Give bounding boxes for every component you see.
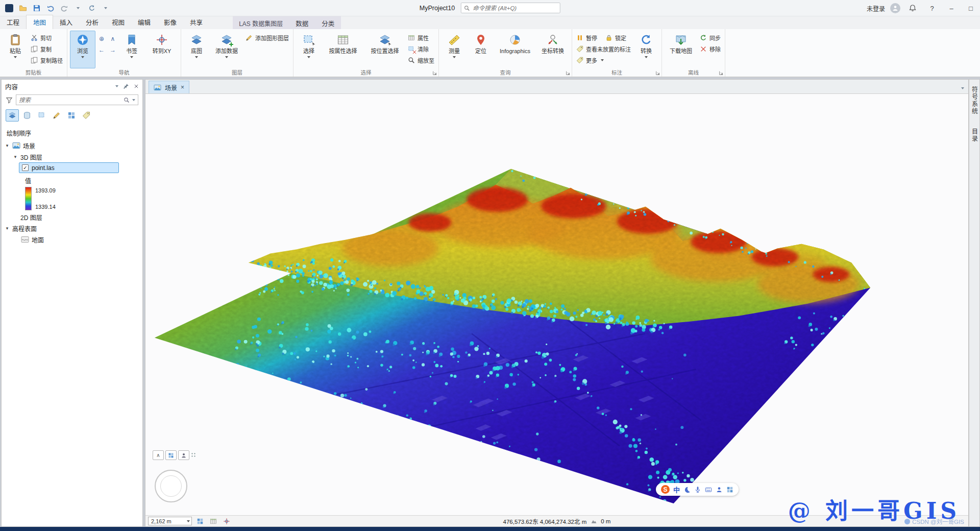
cursor-coordinates[interactable]: 476,573.62东 4,064,274.32北 m — [503, 517, 587, 525]
add-data-button[interactable]: 添加数据 — [210, 31, 243, 68]
refresh-button[interactable] — [86, 2, 98, 14]
command-search[interactable] — [461, 3, 560, 13]
convert-labels-button[interactable]: 转换 — [633, 31, 659, 68]
zoom-to-selection-button[interactable]: 缩放至 — [406, 56, 436, 65]
chevron-down-icon[interactable] — [132, 99, 135, 101]
basemap-button[interactable]: 底图 — [184, 31, 209, 68]
lock-labels-button[interactable]: 锁定 — [604, 33, 628, 42]
snap-toggle-button[interactable] — [222, 517, 232, 526]
pause-labeling-button[interactable]: 暂停 — [575, 33, 599, 42]
tab-map[interactable]: 地图 — [26, 15, 53, 29]
tab-list-chevron-icon[interactable] — [961, 87, 964, 89]
pin-icon[interactable] — [123, 83, 129, 89]
maximize-button[interactable]: □ — [964, 2, 978, 15]
view-unplaced-labels-button[interactable]: 查看未放置的标注 — [575, 44, 632, 54]
contents-search-input[interactable] — [19, 97, 121, 103]
list-by-selection-button[interactable] — [35, 109, 48, 122]
grid-icon[interactable] — [726, 486, 733, 493]
tab-project[interactable]: 工程 — [0, 15, 26, 29]
tab-edit[interactable]: 编辑 — [131, 15, 157, 29]
drag-handle-icon[interactable] — [191, 452, 196, 457]
list-by-snapping-button[interactable] — [65, 109, 78, 122]
list-by-drawing-order-button[interactable] — [6, 109, 19, 122]
coordinate-conversion-button[interactable]: 坐标转换 — [536, 31, 569, 68]
sign-in-status[interactable]: 未登录 — [867, 4, 885, 13]
add-graphics-layer-button[interactable]: 添加图形图层 — [244, 33, 290, 42]
full-control-button[interactable] — [165, 450, 177, 460]
dialog-launcher-icon[interactable] — [432, 70, 437, 76]
tree-item-2d-layers[interactable]: 2D 图层 — [2, 211, 142, 223]
select-by-attributes-button[interactable]: 按属性选择 — [323, 31, 363, 68]
tab-share[interactable]: 共享 — [183, 15, 209, 29]
previous-extent-button[interactable]: ← — [96, 45, 107, 55]
save-project-button[interactable] — [31, 2, 43, 14]
explore-button[interactable]: 浏览 — [70, 31, 95, 68]
person-icon[interactable] — [716, 486, 723, 493]
paste-button[interactable]: 粘贴 — [3, 31, 28, 68]
tab-imagery[interactable]: 影像 — [157, 15, 183, 29]
on-screen-navigator[interactable] — [155, 470, 187, 502]
full-extent-button[interactable]: ⊕ — [96, 34, 107, 44]
customize-qat-chevron[interactable] — [100, 2, 112, 14]
dialog-launcher-icon[interactable] — [655, 70, 660, 76]
scale-combobox[interactable]: 2,162 m — [148, 517, 192, 525]
dialog-launcher-icon[interactable] — [566, 70, 571, 76]
expander-icon[interactable]: ▾ — [5, 226, 10, 231]
scene-viewport[interactable]: ∧ S 中 — [145, 94, 968, 515]
tab-data[interactable]: 数据 — [289, 16, 315, 29]
list-by-source-button[interactable] — [20, 109, 34, 122]
undo-button[interactable] — [44, 2, 57, 14]
goto-xy-button[interactable]: 转到XY — [145, 31, 178, 68]
tree-item-scene[interactable]: ▾ 场景 — [2, 140, 142, 151]
tab-catalog[interactable]: 目录 — [970, 125, 979, 146]
layer-visibility-checkbox[interactable]: ✓ — [22, 164, 29, 171]
microphone-icon[interactable] — [694, 486, 701, 493]
tree-item-ground[interactable]: 地面 — [2, 234, 142, 245]
tree-item-point-las[interactable]: ✓ point.las — [19, 162, 119, 173]
select-by-location-button[interactable]: 按位置选择 — [364, 31, 405, 68]
cut-button[interactable]: 剪切 — [29, 33, 64, 42]
tab-insert[interactable]: 插入 — [53, 15, 79, 29]
redo-button[interactable] — [58, 2, 70, 14]
ime-language-mode[interactable]: 中 — [673, 485, 680, 494]
copy-path-button[interactable]: 复制路径 — [29, 56, 64, 65]
download-map-button[interactable]: 下载地图 — [665, 31, 697, 68]
locate-button[interactable]: 定位 — [468, 31, 494, 68]
tree-item-3d-layers[interactable]: ▾ 3D 图层 — [2, 151, 142, 162]
dialog-launcher-icon[interactable] — [719, 70, 724, 76]
tab-symbology[interactable]: 符号系统 — [970, 83, 979, 118]
clear-selection-button[interactable]: 清除 — [406, 44, 436, 54]
sync-button[interactable]: 同步 — [698, 33, 722, 42]
sogou-logo-icon[interactable]: S — [661, 485, 670, 494]
bookmarks-button[interactable]: 书签 — [119, 31, 144, 68]
list-by-labeling-button[interactable] — [80, 109, 93, 122]
expander-icon[interactable]: ▾ — [13, 154, 18, 159]
close-tab-icon[interactable]: × — [181, 84, 184, 91]
tab-view[interactable]: 视图 — [105, 15, 131, 29]
undo-menu-chevron[interactable] — [72, 2, 84, 14]
help-button[interactable]: ? — [925, 2, 939, 15]
avatar[interactable] — [890, 3, 900, 13]
fixed-zoom-button[interactable]: ∧ — [108, 34, 118, 44]
collapse-navigator-button[interactable]: ∧ — [153, 450, 164, 460]
close-icon[interactable] — [134, 84, 139, 89]
filter-funnel-icon[interactable] — [6, 96, 13, 104]
attribute-table-button[interactable] — [208, 517, 218, 526]
selection-toggle-button[interactable] — [195, 517, 205, 526]
next-extent-button[interactable]: → — [108, 45, 118, 55]
tab-analysis[interactable]: 分析 — [79, 15, 105, 29]
notifications-button[interactable] — [905, 2, 920, 15]
more-labeling-button[interactable]: 更多 — [575, 56, 632, 65]
walk-mode-button[interactable] — [178, 450, 189, 460]
tree-item-elevation-surfaces[interactable]: ▾ 高程表面 — [2, 223, 142, 234]
tab-classification[interactable]: 分类 — [315, 16, 341, 29]
moon-icon[interactable] — [683, 486, 691, 493]
keyboard-icon[interactable] — [705, 486, 712, 493]
copy-button[interactable]: 复制 — [29, 44, 64, 54]
contents-search[interactable] — [16, 94, 138, 105]
measure-button[interactable]: 测量 — [442, 31, 467, 68]
select-button[interactable]: 选择 — [296, 31, 322, 68]
scene-view-tab[interactable]: 场景 × — [149, 81, 189, 93]
remove-button[interactable]: 移除 — [698, 44, 722, 54]
attributes-button[interactable]: 属性 — [406, 33, 436, 42]
